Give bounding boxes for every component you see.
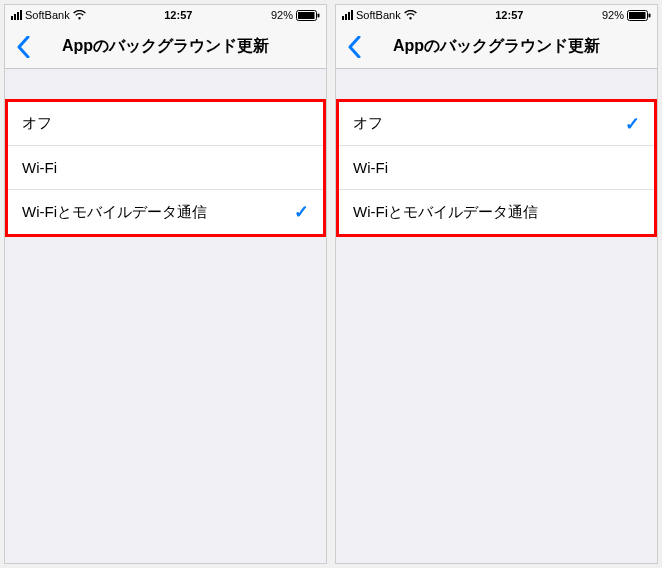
option-label: オフ — [353, 114, 625, 133]
nav-bar: Appのバックグラウンド更新 — [5, 25, 326, 69]
options-list: オフ ✓ Wi-Fi Wi-Fiとモバイルデータ通信 — [336, 99, 657, 237]
back-button[interactable] — [336, 25, 372, 69]
signal-bars-icon — [342, 10, 353, 20]
options-list: オフ Wi-Fi Wi-Fiとモバイルデータ通信 ✓ — [5, 99, 326, 237]
status-bar: SoftBank 12:57 92% — [336, 5, 657, 25]
page-title: Appのバックグラウンド更新 — [336, 36, 657, 57]
checkmark-icon: ✓ — [625, 113, 640, 135]
option-wifi[interactable]: Wi-Fi — [8, 146, 323, 190]
svg-rect-4 — [629, 12, 646, 19]
chevron-left-icon — [348, 36, 361, 58]
option-label: Wi-Fiとモバイルデータ通信 — [353, 203, 640, 222]
clock-label: 12:57 — [164, 9, 192, 21]
svg-rect-5 — [649, 13, 651, 17]
option-label: Wi-Fi — [22, 159, 309, 176]
battery-icon — [627, 10, 651, 21]
option-wifi[interactable]: Wi-Fi — [339, 146, 654, 190]
battery-pct-label: 92% — [271, 9, 293, 21]
carrier-label: SoftBank — [356, 9, 401, 21]
svg-rect-2 — [318, 13, 320, 17]
wifi-icon — [404, 10, 417, 20]
back-button[interactable] — [5, 25, 41, 69]
option-wifi-cellular[interactable]: Wi-Fiとモバイルデータ通信 — [339, 190, 654, 234]
phone-screen-right: SoftBank 12:57 92% Appのバックグラウンド更新 オフ ✓ W… — [335, 4, 658, 564]
wifi-icon — [73, 10, 86, 20]
carrier-label: SoftBank — [25, 9, 70, 21]
option-label: オフ — [22, 114, 309, 133]
option-off[interactable]: オフ — [8, 102, 323, 146]
nav-bar: Appのバックグラウンド更新 — [336, 25, 657, 69]
option-label: Wi-Fi — [353, 159, 640, 176]
status-bar: SoftBank 12:57 92% — [5, 5, 326, 25]
svg-rect-1 — [298, 12, 315, 19]
clock-label: 12:57 — [495, 9, 523, 21]
checkmark-icon: ✓ — [294, 201, 309, 223]
option-label: Wi-Fiとモバイルデータ通信 — [22, 203, 294, 222]
signal-bars-icon — [11, 10, 22, 20]
battery-icon — [296, 10, 320, 21]
battery-pct-label: 92% — [602, 9, 624, 21]
option-off[interactable]: オフ ✓ — [339, 102, 654, 146]
option-wifi-cellular[interactable]: Wi-Fiとモバイルデータ通信 ✓ — [8, 190, 323, 234]
chevron-left-icon — [17, 36, 30, 58]
phone-screen-left: SoftBank 12:57 92% Appのバックグラウンド更新 オフ Wi-… — [4, 4, 327, 564]
page-title: Appのバックグラウンド更新 — [5, 36, 326, 57]
